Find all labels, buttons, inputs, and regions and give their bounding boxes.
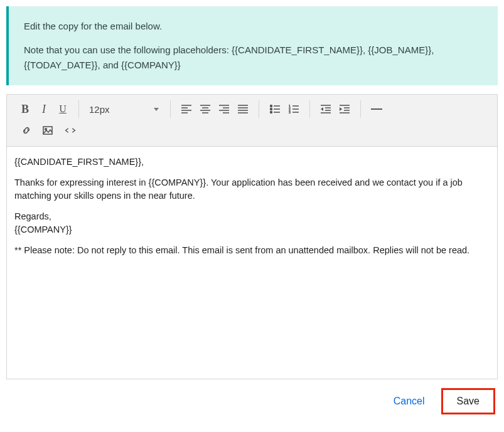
underline-button[interactable]: U <box>53 100 72 119</box>
font-size-select[interactable]: 12px <box>82 100 168 119</box>
svg-text:3: 3 <box>289 110 291 114</box>
svg-marker-37 <box>340 107 342 111</box>
banner-placeholders-note: Note that you can use the following plac… <box>24 43 483 73</box>
toolbar-separator <box>78 100 79 118</box>
cancel-button[interactable]: Cancel <box>390 391 429 412</box>
info-banner: Edit the copy for the email below. Note … <box>6 6 498 85</box>
rich-text-editor: B I U 12px <box>6 94 498 379</box>
toolbar-row-2 <box>12 120 492 142</box>
toolbar-separator <box>309 100 310 118</box>
horizontal-rule-button[interactable] <box>367 100 386 119</box>
svg-point-18 <box>270 112 272 113</box>
bullet-list-button[interactable] <box>265 100 284 119</box>
indent-button[interactable] <box>335 100 354 119</box>
toolbar-separator <box>170 100 171 118</box>
hr-group <box>363 98 390 120</box>
svg-marker-32 <box>321 107 323 111</box>
numbered-list-button[interactable]: 123 <box>284 100 303 119</box>
link-button[interactable] <box>17 121 36 140</box>
outdent-button[interactable] <box>316 100 335 119</box>
svg-point-39 <box>45 129 47 130</box>
toolbar-separator <box>360 100 361 118</box>
banner-instruction: Edit the copy for the email below. <box>24 19 483 34</box>
align-right-button[interactable] <box>215 100 233 119</box>
toolbar-separator <box>259 100 259 118</box>
email-body: Thanks for expressing interest in {{COMP… <box>14 176 490 203</box>
indent-group <box>313 98 358 120</box>
alignment-group <box>173 98 256 120</box>
editor-content[interactable]: {{CANDIDATE_FIRST_NAME}}, Thanks for exp… <box>7 147 497 379</box>
svg-point-17 <box>270 108 272 110</box>
align-center-button[interactable] <box>196 100 215 119</box>
bold-button[interactable]: B <box>16 100 35 119</box>
format-text-group: B I U <box>12 98 76 120</box>
editor-toolbar: B I U 12px <box>7 95 497 147</box>
italic-button[interactable]: I <box>35 100 53 119</box>
email-footer-note: ** Please note: Do not reply to this ema… <box>14 244 490 257</box>
image-button[interactable] <box>38 121 57 140</box>
svg-point-16 <box>270 105 272 107</box>
chevron-down-icon <box>154 108 159 111</box>
align-justify-button[interactable] <box>233 100 252 119</box>
save-button[interactable]: Save <box>441 388 495 414</box>
footer-actions: Cancel Save <box>6 379 498 418</box>
font-size-value: 12px <box>89 104 110 115</box>
list-group: 123 <box>262 98 307 120</box>
email-signoff: Regards, {{COMPANY}} <box>14 210 490 236</box>
align-left-button[interactable] <box>177 100 196 119</box>
code-view-button[interactable] <box>60 121 81 140</box>
email-greeting: {{CANDIDATE_FIRST_NAME}}, <box>14 155 490 169</box>
horizontal-rule-icon <box>371 108 382 110</box>
